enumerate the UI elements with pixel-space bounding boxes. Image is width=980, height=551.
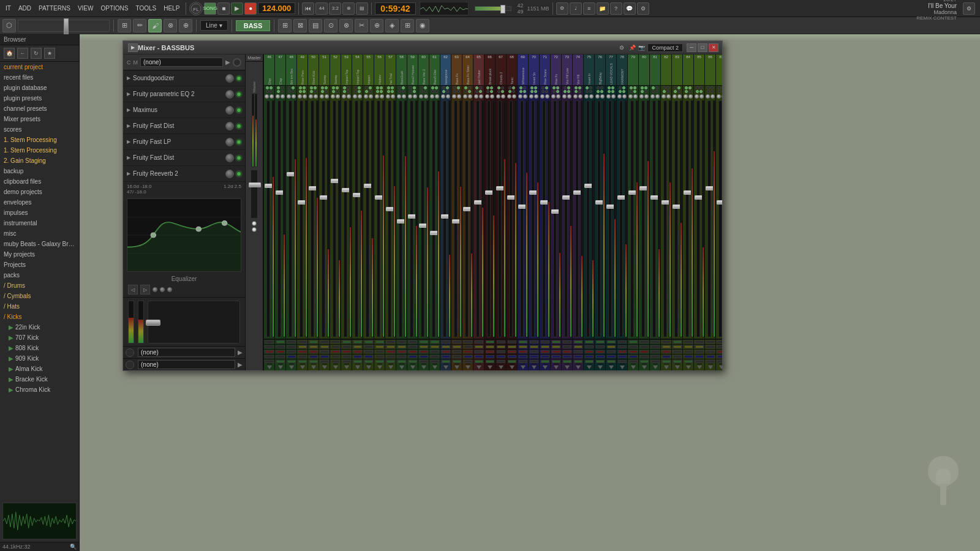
ch-dot-73-3[interactable]	[567, 90, 570, 93]
ch-row-btn-76-4[interactable]	[596, 360, 605, 363]
ch-dot-75-0[interactable]	[586, 86, 589, 89]
ch-knob-73-1[interactable]	[567, 94, 571, 99]
ch-fader-track-53[interactable]	[344, 100, 347, 337]
erase-tool[interactable]: ⊗	[164, 19, 177, 32]
ch-knob-49-0[interactable]	[298, 94, 302, 99]
ch-arrow-79[interactable]	[631, 365, 636, 369]
ch-row-btn-48-2[interactable]	[287, 350, 296, 353]
sidebar-item-demo-projects[interactable]: demo projects	[0, 187, 79, 197]
menu-view[interactable]: VIEW	[75, 4, 97, 13]
ch-knob-56-0[interactable]	[375, 94, 379, 99]
ch-knob-57-0[interactable]	[386, 94, 390, 99]
ch-arrow-48[interactable]	[289, 365, 294, 369]
ch-knob-46-1[interactable]	[270, 94, 274, 99]
ch-dot-77-1[interactable]	[611, 86, 614, 89]
ch-dot-78-2[interactable]	[619, 90, 622, 93]
ch-arrow-72[interactable]	[554, 365, 559, 369]
grid-btn[interactable]: ⊞	[118, 19, 131, 32]
ch-dot-47-2[interactable]	[277, 90, 280, 93]
sidebar-item-instrumental[interactable]: instrumental	[0, 218, 79, 228]
sidebar-item-alma-kick[interactable]: ▶Alma Kick	[0, 364, 79, 374]
ch-dot-82-3[interactable]	[666, 90, 669, 93]
pattern-btn[interactable]: ⊕	[342, 2, 355, 15]
ch-knob-84-0[interactable]	[684, 94, 688, 99]
ch-row-btn-82-4[interactable]	[662, 360, 671, 363]
ch-row-btn-51-0[interactable]	[320, 340, 329, 343]
ch-row-btn-70-4[interactable]	[530, 360, 538, 363]
ch-row-btn-66-4[interactable]	[486, 360, 494, 363]
chat-btn[interactable]: 💬	[624, 2, 636, 15]
ch-dot-49-3[interactable]	[303, 90, 306, 93]
ch-row-btn-84-2[interactable]	[684, 350, 693, 353]
ch-dot-68-0[interactable]	[508, 86, 511, 89]
ch-arrow-71[interactable]	[543, 365, 548, 369]
ch-dot-83-2[interactable]	[674, 90, 677, 93]
ch-row-btn-52-3[interactable]	[331, 355, 340, 358]
ch-dot-81-1[interactable]	[655, 86, 658, 89]
ch-dot-85-1[interactable]	[699, 86, 703, 89]
ch-arrow-74[interactable]	[576, 365, 581, 369]
ch-row-btn-78-2[interactable]	[618, 350, 627, 353]
ch-row-btn-86-3[interactable]	[706, 355, 715, 358]
ch-row-btn-53-4[interactable]	[342, 360, 351, 363]
ch-row-btn-50-0[interactable]	[309, 340, 318, 343]
sidebar-item-backup[interactable]: backup	[0, 166, 79, 176]
ch-dot-52-2[interactable]	[332, 90, 335, 93]
ch-dot-64-2[interactable]	[464, 90, 467, 93]
ch-dot-55-0[interactable]	[365, 86, 368, 89]
ch-arrow-60[interactable]	[421, 365, 426, 369]
fx-knob-1[interactable]	[225, 74, 234, 83]
ch-row-btn-78-3[interactable]	[618, 355, 627, 358]
ch-dot-80-1[interactable]	[644, 86, 647, 89]
ch-dot-82-0[interactable]	[663, 86, 666, 89]
ch-dot-68-1[interactable]	[512, 86, 515, 89]
ch-arrow-46[interactable]	[267, 365, 272, 369]
ch-knob-67-0[interactable]	[496, 94, 500, 99]
ch-row-btn-62-3[interactable]	[442, 355, 450, 358]
ch-arrow-80[interactable]	[642, 365, 647, 369]
ch-row-btn-57-4[interactable]	[386, 360, 395, 363]
ch-dot-70-2[interactable]	[530, 90, 533, 93]
ch-knob-84-1[interactable]	[688, 94, 693, 99]
ch-fader-track-73[interactable]	[564, 100, 568, 337]
ch-row-btn-66-0[interactable]	[486, 340, 494, 343]
ch-row-btn-78-4[interactable]	[618, 360, 627, 363]
ch-row-btn-47-0[interactable]	[276, 340, 285, 343]
ch-row-btn-58-1[interactable]	[398, 345, 406, 348]
ch-row-btn-64-1[interactable]	[464, 345, 472, 348]
eq-display[interactable]	[127, 198, 241, 272]
ch-dot-67-1[interactable]	[501, 86, 504, 89]
sidebar-item-impulses[interactable]: impulses	[0, 208, 79, 218]
ch-knob-80-1[interactable]	[644, 94, 649, 99]
ch-row-btn-56-2[interactable]	[375, 350, 384, 353]
ch-row-btn-54-3[interactable]	[353, 355, 362, 358]
ch-row-btn-61-1[interactable]	[431, 345, 439, 348]
ch-row-btn-81-1[interactable]	[651, 345, 660, 348]
bpm-display[interactable]: 124.000	[258, 2, 295, 14]
ch-knob-83-1[interactable]	[677, 94, 682, 99]
ch-row-btn-67-1[interactable]	[497, 345, 505, 348]
menu-it[interactable]: IT	[2, 4, 14, 13]
ch-row-btn-80-0[interactable]	[640, 340, 649, 343]
ch-fader-track-55[interactable]	[366, 100, 369, 337]
sidebar-item-808-kick[interactable]: ▶808 Kick	[0, 343, 79, 353]
ch-fader-track-79[interactable]	[630, 100, 634, 337]
main-fader[interactable]	[148, 301, 240, 343]
ch-dot-46-2[interactable]	[266, 90, 269, 93]
ch-dot-65-2[interactable]	[475, 90, 478, 93]
ch-arrow-52[interactable]	[333, 365, 338, 369]
sidebar-icon-star[interactable]: ★	[44, 48, 55, 59]
ch-dot-84-2[interactable]	[685, 90, 688, 93]
ch-dot-83-1[interactable]	[677, 86, 680, 89]
master-knob-2[interactable]	[252, 227, 257, 232]
ch-row-btn-62-4[interactable]	[442, 360, 450, 363]
ch-dot-51-1[interactable]	[325, 86, 328, 89]
ch-row-btn-46-0[interactable]	[265, 340, 274, 343]
ch-row-btn-65-4[interactable]	[475, 360, 483, 363]
ch-row-btn-51-1[interactable]	[320, 345, 329, 348]
ch-row-btn-78-1[interactable]	[618, 345, 627, 348]
fl-logo-btn[interactable]: FL	[189, 2, 203, 15]
ch-knob-47-0[interactable]	[276, 94, 280, 99]
sidebar-item-bracke-kick[interactable]: ▶Bracke Kick	[0, 374, 79, 384]
ch-row-btn-83-3[interactable]	[673, 355, 682, 358]
